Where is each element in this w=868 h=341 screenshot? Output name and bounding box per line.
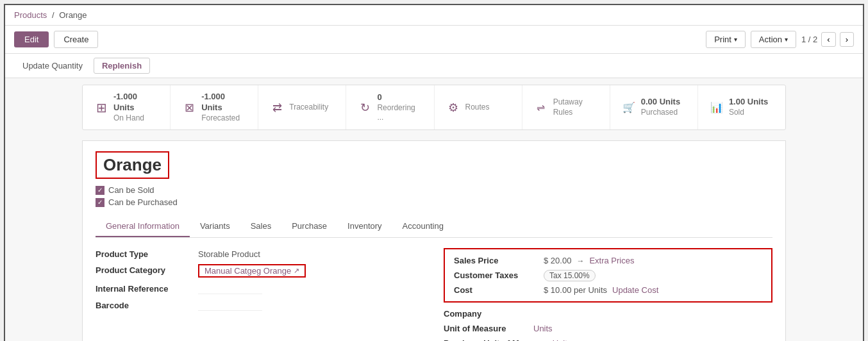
on-hand-label: On Hand xyxy=(113,113,158,124)
product-type-label: Product Type xyxy=(96,248,198,259)
stat-routes[interactable]: ⚙ Routes xyxy=(435,85,522,129)
barcode-row: Barcode xyxy=(96,299,424,311)
traceability-label: Traceability xyxy=(289,103,328,113)
stat-sold[interactable]: 📊 1.00 Units Sold xyxy=(698,85,785,129)
create-button[interactable]: Create xyxy=(54,31,98,48)
category-external-icon: ↗ xyxy=(294,267,299,275)
cost-value[interactable]: $ 10.00 per Units xyxy=(544,285,607,295)
print-arrow-icon: ▾ xyxy=(734,36,737,43)
uom-label: Unit of Measure xyxy=(444,324,527,333)
update-cost-link[interactable]: Update Cost xyxy=(612,285,658,295)
sub-toolbar: Update Quantity Replenish xyxy=(5,54,863,78)
cost-value-row: $ 10.00 per Units Update Cost xyxy=(544,285,658,295)
checkboxes: ✓ Can be Sold ✓ Can be Purchased xyxy=(96,185,772,207)
purchased-text: 0.00 Units Purchased xyxy=(641,97,680,117)
traceability-icon: ⇄ xyxy=(270,101,284,115)
action-arrow-icon: ▾ xyxy=(785,36,788,43)
next-page-button[interactable]: › xyxy=(840,32,854,47)
stat-putaway[interactable]: ⇌ Putaway Rules xyxy=(522,85,610,129)
internal-ref-value[interactable] xyxy=(198,283,262,294)
customer-taxes-label: Customer Taxes xyxy=(454,270,537,280)
breadcrumb: Products / Orange xyxy=(5,5,863,26)
stat-forecasted[interactable]: ⊠ -1.000 Units Forecasted xyxy=(171,85,258,129)
extra-prices-link[interactable]: Extra Prices xyxy=(589,256,634,265)
product-type-row: Product Type Storable Product xyxy=(96,248,424,259)
extra-prices-arrow: → xyxy=(576,256,584,265)
internal-ref-label: Internal Reference xyxy=(96,283,198,294)
sold-label: Sold xyxy=(729,108,768,118)
print-label: Print xyxy=(714,35,731,44)
breadcrumb-parent[interactable]: Products xyxy=(14,10,47,20)
action-button[interactable]: Action ▾ xyxy=(751,31,796,48)
purchase-uom-value[interactable]: Units xyxy=(553,338,572,341)
sales-price-value-row: $ 20.00 → Extra Prices xyxy=(544,256,634,265)
uom-row: Unit of Measure Units xyxy=(444,324,772,333)
stat-purchased[interactable]: 🛒 0.00 Units Purchased xyxy=(610,85,698,129)
sold-value: 1.00 Units xyxy=(729,97,768,108)
stat-reordering[interactable]: ↻ 0 Reordering ... xyxy=(346,85,434,129)
cost-label: Cost xyxy=(454,285,537,295)
tab-inventory[interactable]: Inventory xyxy=(337,216,392,237)
tab-sales[interactable]: Sales xyxy=(240,216,282,237)
putaway-text: Putaway Rules xyxy=(553,97,598,117)
action-label: Action xyxy=(759,35,782,44)
edit-button[interactable]: Edit xyxy=(14,31,49,47)
tabs: General Information Variants Sales Purch… xyxy=(96,216,772,238)
reordering-text: 0 Reordering ... xyxy=(377,92,422,123)
on-hand-text: -1.000 Units On Hand xyxy=(113,92,158,123)
barcode-value[interactable] xyxy=(198,299,262,311)
barcode-label: Barcode xyxy=(96,299,198,310)
forecasted-icon: ⊠ xyxy=(182,101,196,115)
product-category-value[interactable]: Manual Catgeg Orange xyxy=(204,266,291,276)
prev-page-button[interactable]: ‹ xyxy=(821,32,835,47)
can-be-sold-checkbox[interactable]: ✓ xyxy=(96,186,104,195)
sales-price-row: Sales Price $ 20.00 → Extra Prices xyxy=(454,256,762,265)
internal-ref-row: Internal Reference xyxy=(96,283,424,294)
purchase-uom-label: Purchase Unit of Measure xyxy=(444,338,546,341)
form-right: Sales Price $ 20.00 → Extra Prices Custo… xyxy=(444,248,772,341)
routes-icon: ⚙ xyxy=(446,101,460,115)
form-grid: Product Type Storable Product Product Ca… xyxy=(96,248,772,341)
product-category-box: Manual Catgeg Orange ↗ xyxy=(198,264,306,278)
forecasted-value: -1.000 Units xyxy=(201,92,246,113)
sales-price-value[interactable]: $ 20.00 xyxy=(544,256,571,265)
page-nav: 1 / 2 ‹ › xyxy=(801,32,854,47)
sold-text: 1.00 Units Sold xyxy=(729,97,768,117)
stat-traceability[interactable]: ⇄ Traceability xyxy=(258,85,346,129)
tab-general[interactable]: General Information xyxy=(96,216,190,237)
tax-badge[interactable]: Tax 15.00% xyxy=(544,270,596,281)
update-quantity-button[interactable]: Update Quantity xyxy=(14,58,91,74)
can-be-sold-label: Can be Sold xyxy=(108,185,154,195)
form-left: Product Type Storable Product Product Ca… xyxy=(96,248,424,341)
tab-accounting[interactable]: Accounting xyxy=(392,216,454,237)
purchased-label: Purchased xyxy=(641,108,680,118)
putaway-label: Putaway Rules xyxy=(553,97,598,117)
can-be-sold-row: ✓ Can be Sold xyxy=(96,185,772,195)
sales-price-label: Sales Price xyxy=(454,256,537,265)
can-be-purchased-checkbox[interactable]: ✓ xyxy=(96,198,104,207)
right-panel-box: Sales Price $ 20.00 → Extra Prices Custo… xyxy=(444,248,772,303)
can-be-purchased-row: ✓ Can be Purchased xyxy=(96,197,772,207)
on-hand-value: -1.000 Units xyxy=(113,92,158,113)
sold-icon: 📊 xyxy=(710,101,724,113)
product-category-label: Product Category xyxy=(96,264,198,275)
cost-row: Cost $ 10.00 per Units Update Cost xyxy=(454,285,762,295)
on-hand-icon: ⊞ xyxy=(94,100,108,115)
reordering-label: Reordering ... xyxy=(377,103,422,123)
product-name: Orange xyxy=(96,151,169,179)
forecasted-label: Forecasted xyxy=(201,113,246,124)
tab-purchase[interactable]: Purchase xyxy=(281,216,337,237)
extra-fields: Company Unit of Measure Units Purchase U… xyxy=(444,309,772,341)
uom-value[interactable]: Units xyxy=(533,324,553,333)
replenish-button[interactable]: Replenish xyxy=(94,58,150,74)
company-row: Company xyxy=(444,309,772,319)
routes-label: Routes xyxy=(465,103,490,113)
tab-variants[interactable]: Variants xyxy=(190,216,240,237)
breadcrumb-current: Orange xyxy=(59,10,87,20)
product-area: Orange ✓ Can be Sold ✓ Can be Purchased … xyxy=(82,140,786,341)
stat-on-hand[interactable]: ⊞ -1.000 Units On Hand xyxy=(83,85,171,129)
top-toolbar: Edit Create Print ▾ Action ▾ 1 / 2 ‹ › xyxy=(5,26,863,54)
main-content: ⊞ -1.000 Units On Hand ⊠ -1.000 Units Fo… xyxy=(5,78,863,341)
print-button[interactable]: Print ▾ xyxy=(706,31,746,48)
reordering-icon: ↻ xyxy=(358,101,372,115)
